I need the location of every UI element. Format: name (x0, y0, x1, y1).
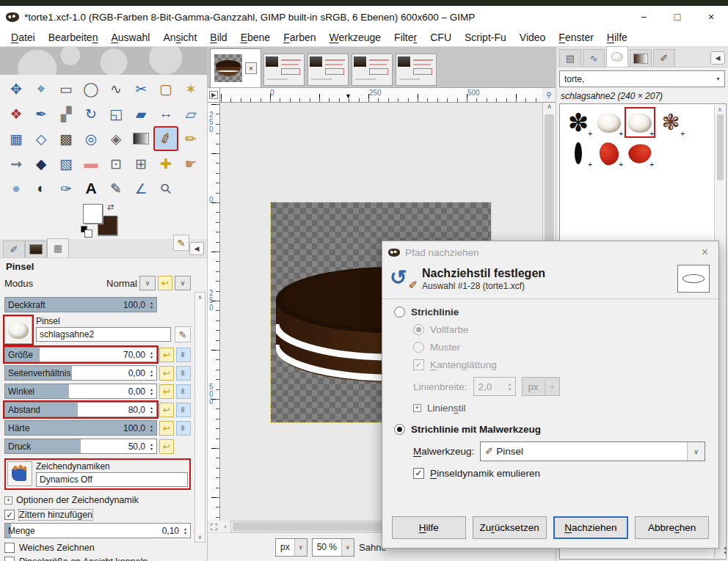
menu-item[interactable]: Werkzeuge (323, 29, 388, 45)
inactive-image-tab[interactable] (352, 54, 393, 86)
tool-button[interactable]: ⚲ (154, 177, 178, 200)
scroll-up-icon[interactable]: ∧ (198, 294, 203, 301)
edit-dynamics-button[interactable]: ✎ (173, 235, 189, 251)
tool-button[interactable]: ▭ (54, 77, 78, 100)
quick-mask-toggle[interactable] (208, 521, 220, 532)
dialog-close-icon[interactable]: × (697, 246, 713, 259)
options-scrollbar[interactable]: ∧ ∨ (194, 292, 205, 543)
slider-spinner[interactable]: ▴▾ (148, 385, 156, 397)
smooth-stroke-checkbox-row[interactable]: Weiches Zeichnen (4, 543, 191, 553)
tool-button[interactable]: ⊞ (129, 152, 153, 175)
radio-selected[interactable] (394, 424, 405, 435)
collapse-dock-button[interactable]: ◀ (189, 242, 204, 255)
tool-button[interactable]: ⌖ (29, 77, 53, 100)
slider-spinner[interactable]: ▴▾ (148, 422, 156, 434)
vertical-ruler[interactable]: 2 5 002 5 05 0 0 (208, 103, 220, 521)
checkbox-checked[interactable]: ✓ (4, 510, 15, 520)
slider-reset-button[interactable]: ↩ (159, 366, 174, 381)
minimize-button[interactable]: − (627, 6, 660, 28)
brush-spacing-spinner[interactable]: ▴▾ (724, 545, 727, 555)
slider-reset-button[interactable]: ↩ (159, 403, 174, 417)
zoom-select[interactable]: 50 % ∨ (312, 538, 354, 557)
inactive-image-tab[interactable] (263, 54, 305, 86)
menu-item[interactable]: Farben (277, 29, 322, 45)
slider-reset-button[interactable]: ↩ (159, 348, 174, 362)
slider-reset-button[interactable]: ↩ (159, 384, 174, 399)
tool-button[interactable]: ▧ (54, 152, 78, 175)
brush-item[interactable]: + (594, 138, 625, 169)
ruler-corner[interactable]: ▶ (208, 88, 220, 103)
tool-button[interactable]: ▦ (4, 127, 28, 150)
brush-item[interactable]: + (563, 138, 594, 169)
brushes-scroll-thumb[interactable] (717, 114, 724, 180)
tool-button[interactable]: A (79, 177, 103, 200)
tab-tool-preset[interactable]: ✐ (653, 49, 675, 67)
collapse-dock-button[interactable]: ◀ (710, 51, 725, 65)
slider-spinner[interactable]: ▴▾ (148, 298, 156, 311)
slider-spinner[interactable]: ▴▾ (148, 403, 156, 416)
menu-item[interactable]: Filter (387, 29, 423, 45)
foreground-color-swatch[interactable] (83, 204, 103, 224)
slider-spinner[interactable]: ▴▾ (148, 348, 156, 361)
slider-track[interactable]: Größe 70,00 ▴▾ (4, 347, 157, 362)
tool-button[interactable]: ✏ (179, 127, 203, 150)
checkbox-unchecked[interactable] (4, 543, 15, 553)
line-width-spinner[interactable]: 2,0 ▴▾ (473, 377, 516, 396)
tab-paths[interactable]: ∿ (583, 49, 605, 67)
tool-button[interactable]: ✐ (154, 127, 178, 150)
link-chain-button[interactable]: ∞ (176, 348, 191, 362)
tool-button[interactable]: ❖ (4, 102, 28, 125)
slider-track[interactable]: Menge 0,10 ▴▾ (4, 523, 191, 538)
brush-filter-combo[interactable]: torte, ▾ (559, 70, 725, 87)
tool-button[interactable]: ✒ (29, 102, 53, 125)
tool-button[interactable]: ✚ (154, 152, 178, 175)
brush-item[interactable]: + (625, 107, 655, 138)
tool-button[interactable]: ✂ (129, 77, 153, 100)
line-width-unit-select[interactable]: px ∨ (522, 377, 560, 396)
inactive-image-tab[interactable] (396, 54, 437, 86)
pattern-radio-row[interactable]: Muster (413, 342, 705, 353)
brush-item[interactable]: + (594, 107, 625, 138)
slider-spinner[interactable]: ▴▾ (181, 524, 189, 537)
zoom-follow-button[interactable]: ⚲ (542, 88, 556, 103)
tool-button[interactable]: ✎ (104, 177, 128, 200)
radio-selected-disabled[interactable] (413, 324, 424, 335)
tool-button[interactable]: ↔ (154, 102, 178, 125)
menu-item[interactable]: Ansicht (156, 29, 203, 45)
tab-brushes[interactable] (606, 46, 628, 67)
link-chain-button[interactable]: ∞ (176, 421, 191, 436)
checkbox-checked-disabled[interactable]: ✓ (413, 359, 424, 370)
close-tab-icon[interactable]: × (245, 62, 257, 74)
brush-name-field[interactable]: schlagsahne2 (36, 327, 171, 342)
unit-select[interactable]: px ∨ (275, 538, 307, 557)
tool-button[interactable]: ▰ (129, 102, 153, 125)
link-chain-button[interactable]: ∞ (176, 384, 191, 399)
tool-button[interactable]: ▱ (179, 102, 203, 125)
link-chain-button[interactable]: ∞ (176, 403, 191, 417)
active-image-tab[interactable]: × (210, 48, 261, 87)
slider-track[interactable]: Druck 50,0 ▴▾ (4, 439, 157, 454)
checkbox-unchecked[interactable] (4, 557, 15, 561)
menu-item[interactable]: Fenster (552, 29, 600, 45)
link-chain-button[interactable]: ∞ (176, 366, 191, 381)
dynamics-name-field[interactable]: Dynamics Off (36, 472, 188, 487)
dialog-titlebar[interactable]: Pfad nachziehen × (382, 241, 718, 263)
menu-item[interactable]: Auswahl (104, 29, 156, 45)
tool-button[interactable]: ↻ (79, 102, 103, 125)
menu-item[interactable]: CFU (423, 29, 458, 45)
menu-item[interactable]: Datei (4, 29, 42, 45)
tool-button[interactable]: ▩ (54, 127, 78, 150)
tool-button[interactable]: ▬ (79, 152, 103, 175)
tool-button[interactable]: ● (4, 177, 28, 200)
slider-track[interactable]: Seitenverhältnis 0,00 ▴▾ (4, 365, 157, 381)
scroll-up-icon[interactable]: ∧ (718, 106, 722, 113)
tool-button[interactable]: ✶ (179, 77, 203, 100)
slider-track[interactable]: Winkel 0,00 ▴▾ (4, 384, 157, 399)
tool-button[interactable]: ◆ (29, 152, 53, 175)
tab-layers[interactable]: ▤ (559, 49, 581, 67)
radio-unselected[interactable] (394, 307, 405, 318)
canvas-menu-icon[interactable]: ▶ (209, 91, 218, 99)
tool-button[interactable]: ▞ (54, 102, 78, 125)
swap-colors-icon[interactable]: ⇄ (107, 202, 114, 212)
menu-item[interactable]: Video (513, 29, 553, 45)
